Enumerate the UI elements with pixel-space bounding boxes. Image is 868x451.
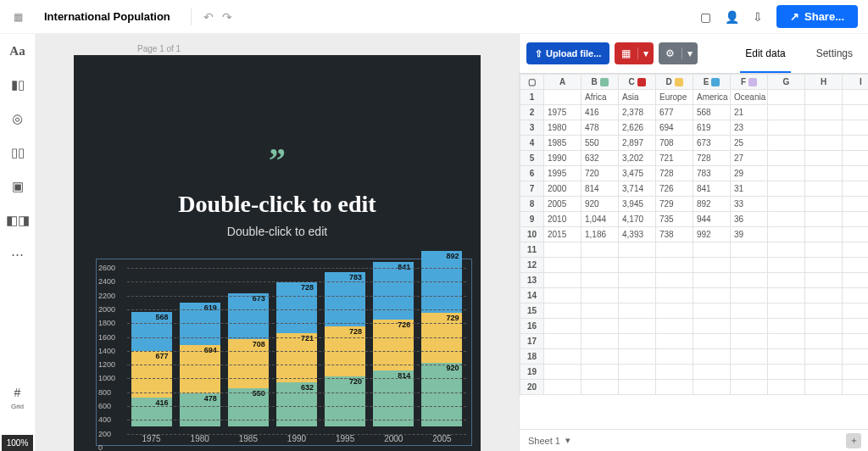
tab-settings[interactable]: Settings bbox=[801, 34, 868, 73]
row-header[interactable]: 12 bbox=[520, 258, 544, 273]
cell[interactable] bbox=[843, 319, 869, 334]
cell[interactable]: Oceania bbox=[731, 90, 768, 105]
cell[interactable]: 39 bbox=[731, 227, 768, 242]
cell[interactable] bbox=[805, 212, 843, 227]
cell[interactable] bbox=[693, 380, 731, 395]
cell[interactable] bbox=[805, 319, 843, 334]
image-tool-icon[interactable]: ▣ bbox=[12, 179, 24, 194]
cell[interactable] bbox=[843, 334, 869, 349]
cell[interactable] bbox=[581, 303, 619, 319]
row-header[interactable]: 14 bbox=[520, 288, 544, 303]
row-header[interactable]: 9 bbox=[520, 212, 544, 227]
row-header[interactable]: 16 bbox=[520, 319, 544, 334]
cell[interactable]: 632 bbox=[581, 151, 619, 166]
column-header[interactable]: F bbox=[731, 75, 768, 90]
cell[interactable]: 814 bbox=[581, 181, 619, 197]
cell[interactable]: 1,044 bbox=[581, 212, 619, 227]
cell[interactable]: 694 bbox=[656, 120, 693, 136]
cell[interactable] bbox=[731, 242, 768, 258]
cell[interactable] bbox=[768, 151, 805, 166]
cell[interactable] bbox=[581, 242, 619, 258]
cell[interactable] bbox=[731, 258, 768, 273]
cell[interactable]: 33 bbox=[731, 197, 768, 212]
cell[interactable] bbox=[768, 105, 805, 120]
cell[interactable] bbox=[693, 273, 731, 288]
cell[interactable]: 31 bbox=[731, 181, 768, 197]
cell[interactable] bbox=[544, 90, 581, 105]
cell[interactable] bbox=[805, 303, 843, 319]
cell[interactable] bbox=[805, 105, 843, 120]
cell[interactable] bbox=[656, 380, 693, 395]
cell[interactable] bbox=[693, 349, 731, 365]
cell[interactable] bbox=[768, 120, 805, 136]
cell[interactable] bbox=[843, 242, 869, 258]
cell[interactable]: 920 bbox=[581, 197, 619, 212]
tab-edit-data[interactable]: Edit data bbox=[730, 34, 800, 73]
canvas-title[interactable]: Double-click to edit bbox=[74, 191, 481, 218]
cell[interactable] bbox=[768, 136, 805, 151]
cell[interactable]: 4,170 bbox=[619, 212, 656, 227]
column-header[interactable]: H bbox=[805, 75, 843, 90]
cell[interactable] bbox=[805, 349, 843, 365]
bar-group[interactable]: 632721728 bbox=[276, 282, 317, 426]
cell[interactable] bbox=[768, 197, 805, 212]
cell[interactable]: 673 bbox=[693, 136, 731, 151]
cell[interactable] bbox=[805, 181, 843, 197]
cell[interactable]: 3,714 bbox=[619, 181, 656, 197]
cell[interactable] bbox=[619, 288, 656, 303]
cell[interactable] bbox=[693, 288, 731, 303]
cell[interactable]: Asia bbox=[619, 90, 656, 105]
row-header[interactable]: 7 bbox=[520, 181, 544, 197]
document-title[interactable]: International Population bbox=[36, 10, 182, 23]
row-header[interactable]: 18 bbox=[520, 349, 544, 365]
row-header[interactable]: 6 bbox=[520, 166, 544, 181]
cell[interactable] bbox=[843, 365, 869, 380]
cell[interactable]: 25 bbox=[731, 136, 768, 151]
column-header[interactable]: E bbox=[693, 75, 731, 90]
more-tools-icon[interactable]: ⋯ bbox=[11, 247, 24, 262]
row-header[interactable]: 11 bbox=[520, 242, 544, 258]
cell[interactable] bbox=[619, 242, 656, 258]
cell[interactable] bbox=[805, 258, 843, 273]
cell[interactable]: 708 bbox=[656, 136, 693, 151]
chart-tool-icon[interactable]: ▮▯ bbox=[11, 77, 25, 92]
cell[interactable]: 4,393 bbox=[619, 227, 656, 242]
cell[interactable] bbox=[693, 258, 731, 273]
cell[interactable] bbox=[768, 365, 805, 380]
cell[interactable] bbox=[843, 166, 869, 181]
cell[interactable] bbox=[619, 380, 656, 395]
cell[interactable] bbox=[805, 334, 843, 349]
column-header[interactable]: A bbox=[544, 75, 581, 90]
cell[interactable] bbox=[581, 258, 619, 273]
cell[interactable]: 1995 bbox=[544, 166, 581, 181]
spreadsheet[interactable]: ▢ABCDEFGHI1AfricaAsiaEuropeAmericaOceani… bbox=[520, 73, 868, 429]
cell[interactable] bbox=[805, 227, 843, 242]
cell[interactable]: 568 bbox=[693, 105, 731, 120]
row-header[interactable]: 17 bbox=[520, 334, 544, 349]
redo-icon[interactable]: ↷ bbox=[222, 10, 232, 24]
cell[interactable] bbox=[656, 288, 693, 303]
cell[interactable] bbox=[843, 288, 869, 303]
cell[interactable]: 892 bbox=[693, 197, 731, 212]
cell[interactable]: 721 bbox=[656, 151, 693, 166]
cell[interactable] bbox=[768, 319, 805, 334]
cell[interactable] bbox=[805, 197, 843, 212]
cell[interactable]: America bbox=[693, 90, 731, 105]
cell[interactable] bbox=[656, 273, 693, 288]
row-header[interactable]: 5 bbox=[520, 151, 544, 166]
cell[interactable] bbox=[731, 365, 768, 380]
row-header[interactable]: 4 bbox=[520, 136, 544, 151]
row-header[interactable]: 1 bbox=[520, 90, 544, 105]
bar-group[interactable]: 920729892 bbox=[421, 251, 462, 426]
cell[interactable]: Europe bbox=[656, 90, 693, 105]
cell[interactable]: 728 bbox=[656, 166, 693, 181]
row-header[interactable]: 20 bbox=[520, 380, 544, 395]
cell[interactable] bbox=[581, 288, 619, 303]
cell[interactable] bbox=[544, 273, 581, 288]
cell[interactable]: 2000 bbox=[544, 181, 581, 197]
cell[interactable] bbox=[544, 349, 581, 365]
cell[interactable] bbox=[768, 349, 805, 365]
cell[interactable] bbox=[693, 365, 731, 380]
map-tool-icon[interactable]: ◎ bbox=[12, 111, 23, 126]
cell[interactable]: 1985 bbox=[544, 136, 581, 151]
